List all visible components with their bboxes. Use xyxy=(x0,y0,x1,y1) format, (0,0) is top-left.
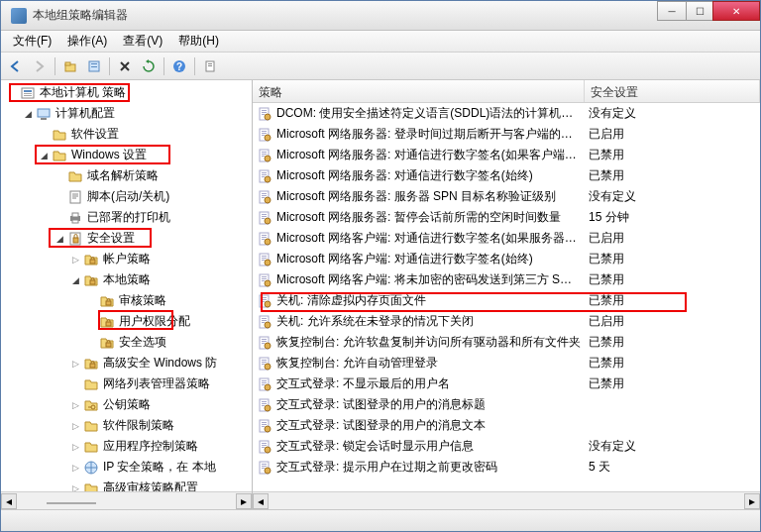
list-body[interactable]: DCOM: 使用安全描述符定义语言(SDDL)语法的计算机启动...没有定义Mi… xyxy=(253,103,760,491)
list-row[interactable]: 关机: 清除虚拟内存页面文件已禁用 xyxy=(253,290,760,311)
svg-rect-117 xyxy=(262,466,267,467)
list-row[interactable]: 交互式登录: 锁定会话时显示用户信息没有定义 xyxy=(253,436,760,457)
menu-file[interactable]: 文件(F) xyxy=(5,31,59,52)
tree-node[interactable]: ▷高级审核策略配置 xyxy=(1,478,252,491)
tree-node[interactable]: ▷高级安全 Windows 防 xyxy=(1,353,252,373)
minimize-button[interactable]: ─ xyxy=(657,1,687,21)
tree-node[interactable]: ▷IP 安全策略，在 本地 xyxy=(1,457,252,478)
tree-node[interactable]: ▷应用程序控制策略 xyxy=(1,436,252,457)
tree-hscroll[interactable]: ◂ ▸ xyxy=(1,491,252,509)
forward-button[interactable] xyxy=(29,55,51,77)
tree-node[interactable]: ◢安全设置 xyxy=(1,228,252,249)
tree-label: 已部署的打印机 xyxy=(87,209,170,226)
tree-body[interactable]: 本地计算机 策略◢计算机配置软件设置◢Windows 设置域名解析策略脚本(启动… xyxy=(1,80,252,491)
properties-button[interactable] xyxy=(83,55,105,77)
tree-node[interactable]: 已部署的打印机 xyxy=(1,207,252,228)
svg-rect-9 xyxy=(208,65,212,66)
tree-expander xyxy=(39,129,50,140)
tree-expander[interactable]: ▷ xyxy=(70,482,81,491)
policy-name: Microsoft 网络客户端: 对通信进行数字签名(始终) xyxy=(276,251,533,267)
svg-rect-38 xyxy=(262,135,265,136)
tree-node[interactable]: 审核策略 xyxy=(1,290,252,311)
svg-point-34 xyxy=(265,114,271,120)
tree-node[interactable]: ◢本地策略 xyxy=(1,269,252,290)
tree-expander[interactable]: ◢ xyxy=(23,108,34,119)
list-row[interactable]: Microsoft 网络服务器: 登录时间过期后断开与客户端的连接已启用 xyxy=(253,124,760,145)
col-policy[interactable]: 策略 xyxy=(253,80,585,102)
list-row[interactable]: Microsoft 网络客户端: 对通信进行数字签名(始终)已禁用 xyxy=(253,249,760,269)
tree-node[interactable]: ◢计算机配置 xyxy=(1,103,252,124)
tree-label: 本地计算机 策略 xyxy=(40,84,126,101)
tree-expander[interactable]: ◢ xyxy=(70,274,81,285)
policy-value: 已禁用 xyxy=(585,334,760,351)
delete-button[interactable] xyxy=(114,55,136,77)
list-row[interactable]: 关机: 允许系统在未登录的情况下关闭已启用 xyxy=(253,311,760,332)
list-row[interactable]: Microsoft 网络服务器: 暂停会话前所需的空闲时间数量15 分钟 xyxy=(253,207,760,228)
maximize-button[interactable]: ☐ xyxy=(686,1,713,21)
svg-point-94 xyxy=(265,364,271,370)
menu-action[interactable]: 操作(A) xyxy=(59,31,115,52)
tree-expander[interactable]: ▷ xyxy=(70,399,81,410)
list-row[interactable]: Microsoft 网络服务器: 对通信进行数字签名(如果客户端允...已禁用 xyxy=(253,145,760,165)
refresh-button[interactable] xyxy=(138,55,160,77)
col-setting[interactable]: 安全设置 xyxy=(585,80,760,102)
menu-view[interactable]: 查看(V) xyxy=(115,31,170,52)
tree-expander[interactable]: ◢ xyxy=(54,233,65,244)
tree-expander[interactable]: ▷ xyxy=(70,420,81,431)
list-row[interactable]: 恢复控制台: 允许软盘复制并访问所有驱动器和所有文件夹已禁用 xyxy=(253,332,760,353)
tree-expander[interactable]: ▷ xyxy=(70,254,81,265)
list-row[interactable]: 交互式登录: 不显示最后的用户名已禁用 xyxy=(253,373,760,394)
tree-node[interactable]: 本地计算机 策略 xyxy=(1,82,252,103)
svg-rect-27 xyxy=(90,364,95,368)
back-button[interactable] xyxy=(5,55,27,77)
svg-rect-4 xyxy=(91,66,97,67)
tree-node[interactable]: 域名解析策略 xyxy=(1,165,252,186)
policy-value: 已启用 xyxy=(585,313,760,330)
svg-rect-88 xyxy=(262,343,265,344)
close-button[interactable]: ✕ xyxy=(712,1,760,21)
policy-folder-icon xyxy=(83,272,99,288)
svg-text:?: ? xyxy=(176,61,182,72)
tree-node[interactable]: ▷公钥策略 xyxy=(1,394,252,415)
svg-rect-26 xyxy=(106,343,111,347)
tree-expander[interactable]: ▷ xyxy=(70,358,81,369)
policy-value: 已禁用 xyxy=(585,251,760,267)
export-button[interactable] xyxy=(199,55,221,77)
tree-label: 域名解析策略 xyxy=(87,167,159,184)
svg-point-109 xyxy=(265,426,271,432)
tree-node[interactable]: ▷软件限制策略 xyxy=(1,415,252,436)
tree-node[interactable]: ◢Windows 设置 xyxy=(1,145,252,165)
help-button[interactable]: ? xyxy=(168,55,190,77)
list-row[interactable]: 交互式登录: 试图登录的用户的消息文本 xyxy=(253,415,760,436)
menu-help[interactable]: 帮助(H) xyxy=(170,31,227,52)
list-row[interactable]: Microsoft 网络服务器: 对通信进行数字签名(始终)已禁用 xyxy=(253,165,760,186)
tree-node[interactable]: ▷帐户策略 xyxy=(1,249,252,269)
tree-node[interactable]: 软件设置 xyxy=(1,124,252,145)
list-row[interactable]: 恢复控制台: 允许自动管理登录已禁用 xyxy=(253,353,760,373)
list-row[interactable]: Microsoft 网络客户端: 对通信进行数字签名(如果服务器允...已启用 xyxy=(253,228,760,249)
list-row[interactable]: DCOM: 使用安全描述符定义语言(SDDL)语法的计算机启动...没有定义 xyxy=(253,103,760,124)
list-header: 策略 安全设置 xyxy=(253,80,760,103)
svg-rect-101 xyxy=(262,401,267,402)
tree-node[interactable]: 网络列表管理器策略 xyxy=(1,373,252,394)
svg-rect-96 xyxy=(262,380,267,381)
tree-label: 应用程序控制策略 xyxy=(103,438,198,455)
tree-node[interactable]: 脚本(启动/关机) xyxy=(1,186,252,207)
list-row[interactable]: 交互式登录: 试图登录的用户的消息标题 xyxy=(253,394,760,415)
tree-expander[interactable]: ▷ xyxy=(70,441,81,452)
list-row[interactable]: Microsoft 网络服务器: 服务器 SPN 目标名称验证级别没有定义 xyxy=(253,186,760,207)
list-pane: 策略 安全设置 DCOM: 使用安全描述符定义语言(SDDL)语法的计算机启动.… xyxy=(253,80,760,509)
tree-node[interactable]: 安全选项 xyxy=(1,332,252,353)
svg-rect-46 xyxy=(262,172,267,173)
tree-expander[interactable]: ◢ xyxy=(39,150,50,160)
up-button[interactable] xyxy=(59,55,81,77)
tree-node[interactable]: 用户权限分配 xyxy=(1,311,252,332)
list-row[interactable]: 交互式登录: 提示用户在过期之前更改密码5 天 xyxy=(253,457,760,478)
tree-expander[interactable]: ▷ xyxy=(70,462,81,473)
policy-icon xyxy=(257,418,272,434)
tree-pane: 本地计算机 策略◢计算机配置软件设置◢Windows 设置域名解析策略脚本(启动… xyxy=(1,80,253,509)
tree-label: 软件限制策略 xyxy=(103,417,174,434)
svg-rect-18 xyxy=(72,213,78,217)
list-row[interactable]: Microsoft 网络客户端: 将未加密的密码发送到第三方 SMB...已禁用 xyxy=(253,269,760,290)
list-hscroll[interactable]: ◂ ▸ xyxy=(253,491,760,509)
